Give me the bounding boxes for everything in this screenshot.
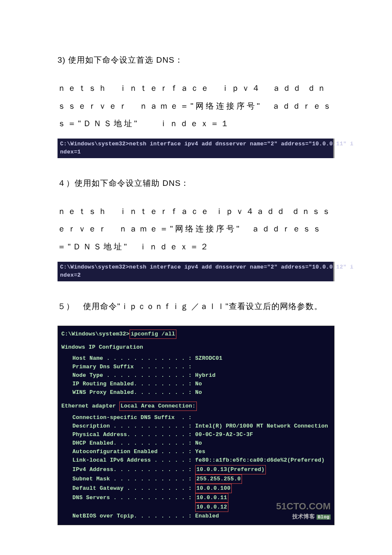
kv-key: Description . . . . . . . . . . . :: [72, 423, 195, 429]
ipconfig-cmd: ipconfig /all: [130, 330, 176, 339]
ipconfig-rows1: Host Name . . . . . . . . . . . . : SZRO…: [61, 354, 331, 397]
step4-title: ４）使用如下命令设立辅助 DNS：: [58, 174, 334, 192]
kv-key: Connection-specific DNS Suffix . :: [72, 414, 195, 421]
ipconfig-header2: Ethernet adapter Local Area Connection:: [61, 402, 331, 411]
header2-highlight: Local Area Connection:: [119, 402, 197, 411]
kv-key: NetBIOS over Tcpip. . . . . . . . :: [72, 513, 195, 519]
step5-title: ５） 使用命令"ｉｐｃｏｎｆｉｇ ／ａｌｌ"查看设立后的网络参数。: [58, 298, 334, 315]
kv-key: Subnet Mask . . . . . . . . . . . :: [72, 476, 195, 482]
kv-key: IP Routing Enabled. . . . . . . . :: [72, 381, 195, 387]
kv-val: Intel(R) PRO/1000 MT Network Connection: [195, 423, 328, 429]
kv-val: Enabled: [195, 513, 219, 519]
kv-val: 10.0.0.11: [195, 493, 228, 503]
step3-title: 3) 使用如下命令设立首选 DNS：: [58, 51, 334, 69]
kv-key: Physical Address. . . . . . . . . :: [72, 431, 195, 438]
kv-row: Physical Address. . . . . . . . . : 00-0…: [72, 431, 331, 439]
step4-cmd: ｎｅｔｓｈ ｉｎｔｅｒｆａｃｅ ｉｐｖ４ａｄｄ ｄｎｓｓｅｒｖｅｒ ｎａｍｅ＝"…: [58, 202, 334, 256]
kv-val: SZRODC01: [195, 355, 222, 361]
watermark-line2: 技术博客Blog: [276, 513, 331, 521]
kv-key: Node Type . . . . . . . . . . . . :: [72, 372, 195, 379]
kv-key: DNS Servers . . . . . . . . . . . :: [72, 494, 195, 501]
kv-val: Hybrid: [195, 372, 216, 379]
kv-val: No: [195, 440, 202, 446]
kv-key: Default Gateway . . . . . . . . . :: [72, 485, 195, 491]
header2-prefix: Ethernet adapter: [61, 403, 119, 409]
kv-row: IPv4 Address. . . . . . . . . . . : 10.0…: [72, 465, 331, 474]
kv-key: Host Name . . . . . . . . . . . . :: [72, 355, 195, 361]
kv-row: Link-local IPv6 Address . . . . . : fe80…: [72, 456, 331, 465]
watermark-blog: Blog: [317, 515, 331, 520]
kv-key: Primary Dns Suffix . . . . . . . :: [72, 364, 195, 370]
ipconfig-prompt-line: C:\Windows\system32>ipconfig /all: [61, 330, 331, 339]
step3-terminal: C:\Windows\system32>netsh interface ipv4…: [58, 139, 334, 158]
kv-val: fe80::a1fb:e5fc:ca00:d6de%2(Preferred): [195, 457, 325, 463]
step3-cmd: ｎｅｔｓｈ ｉｎｔｅｒｆａｃｅ ｉｐｖ４ ａｄｄ ｄｎｓｓｅｒｖｅｒ ｎａｍｅ＝…: [58, 79, 334, 133]
watermark-text: 技术博客: [292, 514, 315, 520]
kv-row: WINS Proxy Enabled. . . . . . . . : No: [72, 388, 331, 397]
kv-row: Primary Dns Suffix . . . . . . . :: [72, 363, 331, 371]
kv-val: No: [195, 389, 202, 396]
kv-row: Subnet Mask . . . . . . . . . . . : 255.…: [72, 474, 331, 484]
kv-row: IP Routing Enabled. . . . . . . . : No: [72, 380, 331, 388]
kv-key: [72, 504, 195, 510]
ipconfig-terminal: C:\Windows\system32>ipconfig /all Window…: [58, 326, 334, 526]
kv-val: 255.255.255.0: [195, 474, 242, 484]
kv-val: 00-0C-29-A2-3C-3F: [195, 431, 253, 438]
kv-val: 10.0.0.13(Preferred): [195, 465, 266, 474]
kv-key: Link-local IPv6 Address . . . . . :: [72, 457, 195, 463]
kv-row: DHCP Enabled. . . . . . . . . . . : No: [72, 439, 331, 448]
watermark-line1: 51CTO.COM: [276, 499, 331, 514]
watermark: 51CTO.COM 技术博客Blog: [276, 499, 331, 521]
kv-key: WINS Proxy Enabled. . . . . . . . :: [72, 389, 195, 396]
kv-row: Node Type . . . . . . . . . . . . : Hybr…: [72, 371, 331, 380]
kv-key: Autoconfiguration Enabled . . . . :: [72, 448, 195, 455]
kv-val: 10.0.0.12: [195, 503, 228, 512]
kv-row: Autoconfiguration Enabled . . . . : Yes: [72, 448, 331, 456]
kv-val: 10.0.0.100: [195, 484, 232, 493]
kv-val: Yes: [195, 448, 205, 455]
ipconfig-header1: Windows IP Configuration: [61, 343, 331, 352]
step4-terminal: C:\Windows\system32>netsh interface ipv4…: [58, 262, 334, 281]
kv-key: IPv4 Address. . . . . . . . . . . :: [72, 466, 195, 473]
kv-key: DHCP Enabled. . . . . . . . . . . :: [72, 440, 195, 446]
prompt-prefix: C:\Windows\system32>: [61, 331, 130, 337]
kv-row: Host Name . . . . . . . . . . . . : SZRO…: [72, 354, 331, 363]
kv-val: No: [195, 381, 202, 387]
kv-row: Connection-specific DNS Suffix . :: [72, 413, 331, 422]
kv-row: Description . . . . . . . . . . . : Inte…: [72, 422, 331, 431]
kv-row: Default Gateway . . . . . . . . . : 10.0…: [72, 484, 331, 493]
ipconfig-rows2: Connection-specific DNS Suffix . : Descr…: [61, 413, 331, 465]
